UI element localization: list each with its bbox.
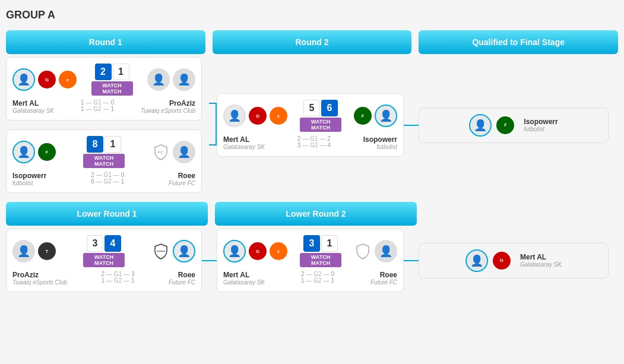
round1-header: Round 1 bbox=[6, 30, 205, 54]
match1-p1-espar-logo: e bbox=[59, 71, 77, 88]
lr1-g1-val: 3 bbox=[131, 271, 135, 277]
match2-p2-name: Roee bbox=[169, 172, 195, 180]
r2-details: Mert AL Galatasaray SK 2 — G1 — 2 3 — G2… bbox=[223, 135, 397, 150]
match1-p2-team: Tuwaiq eSports Club bbox=[141, 107, 195, 114]
qualified-player-name: Isopowerr bbox=[524, 118, 558, 126]
match1-p1-name: Mert AL bbox=[12, 99, 54, 107]
lr2-score-section: 3 1 WATCH MATCH bbox=[300, 235, 341, 267]
upper-round2-match: 👤 G e 5 6 WATCH MATCH F 👤 bbox=[217, 93, 404, 157]
lower-bracket: 👤 T 3 4 WATCH MATCH 👤 bbox=[6, 229, 618, 292]
match1-player1-row: 👤 G e 2 1 WATCH MATCH 👤 👤 bbox=[12, 64, 195, 96]
lr2-p1-details: Mert AL Galatasaray SK bbox=[223, 271, 265, 286]
r2-p1-info: 👤 G e bbox=[223, 105, 287, 127]
r2-g2-val: 4 bbox=[327, 142, 331, 148]
lr1-player-row: 👤 T 3 4 WATCH MATCH 👤 bbox=[12, 235, 195, 267]
lr1-p1-name: ProAziz bbox=[12, 271, 67, 279]
match2-watch-btn[interactable]: WATCH MATCH bbox=[83, 154, 125, 168]
main-page: GROUP A Round 1 Round 2 Qualified to Fin… bbox=[0, 0, 624, 364]
match1-p1-team-logo: G bbox=[38, 71, 56, 88]
lr1-p1-team-logo: T bbox=[38, 242, 56, 260]
upper-r1-r2-connector bbox=[202, 78, 217, 173]
lr2-player-row: 👤 G e 3 1 WATCH MATCH 👤 bbox=[223, 235, 397, 267]
lr2-p2-team: Future FC bbox=[370, 279, 397, 286]
lr2-g1-row: 2 — G2 — 0 bbox=[301, 271, 334, 277]
group-title: GROUP A bbox=[6, 6, 618, 24]
upper-match1: 👤 G e 2 1 WATCH MATCH 👤 👤 bbox=[6, 57, 202, 121]
match1-p2-score: 1 bbox=[113, 64, 129, 80]
lower-qualified-player-team: Galatasaray SK bbox=[520, 261, 562, 268]
lr2-p1-avatar: 👤 bbox=[223, 240, 246, 262]
qualified-card: 👤 F Isopowerr futbolist bbox=[419, 107, 609, 143]
r2-p1-gala-logo: G bbox=[249, 107, 267, 125]
lr2-p1-espar-logo: e bbox=[270, 242, 287, 260]
match2-p2-team: Future FC bbox=[169, 180, 195, 186]
lr2-game-scores: 2 — G2 — 0 1 — G2 — 1 bbox=[301, 271, 334, 286]
lr1-p2-info: 👤 bbox=[152, 240, 195, 262]
lr1-g2-row: 1 — G2 — 1 bbox=[102, 277, 135, 284]
match1-g2-label: — G2 — bbox=[86, 106, 109, 112]
lower-round1-match: 👤 T 3 4 WATCH MATCH 👤 bbox=[6, 229, 202, 292]
lr1-g2-label: — G2 — bbox=[106, 277, 129, 284]
lr1-g1-p1: 2 bbox=[102, 271, 105, 277]
lr1-p1-info: 👤 T bbox=[12, 240, 56, 262]
lr1-g1-label: — G1 — bbox=[106, 271, 129, 277]
lr1-p1-team: Tuwaiq eSports Club bbox=[12, 279, 67, 286]
r2-p2-team-logo: F bbox=[354, 107, 372, 125]
match2-scores: 8 1 bbox=[87, 136, 121, 153]
lr2-g2-val: 1 bbox=[331, 277, 334, 284]
match1-scores: 2 1 bbox=[95, 64, 129, 80]
lr2-p2-info: 👤 bbox=[354, 240, 397, 262]
lr2-watch-btn[interactable]: WATCH MATCH bbox=[300, 253, 341, 267]
lower-qualified-details: Mert AL Galatasaray SK bbox=[520, 253, 562, 268]
lr1-game-scores: 2 — G1 — 3 1 — G2 — 1 bbox=[102, 271, 135, 286]
r2-g2-label: — G2 — bbox=[302, 142, 325, 148]
lower-qualified-player-name: Mert AL bbox=[520, 253, 562, 261]
match2-g1-p1: 2 bbox=[91, 172, 94, 178]
match2-g2-row: 6 — G2 — 1 bbox=[91, 178, 124, 185]
match2-g2-val: 1 bbox=[121, 178, 125, 185]
match1-p2-info: 👤 👤 bbox=[147, 68, 195, 91]
lr1-g2-p1: 1 bbox=[102, 277, 105, 284]
lr1-watch-btn[interactable]: WATCH MATCH bbox=[83, 253, 125, 267]
match1-g1-p2: 0 bbox=[110, 99, 114, 106]
upper-bracket: 👤 G e 2 1 WATCH MATCH 👤 👤 bbox=[6, 57, 618, 193]
r2-watch-btn[interactable]: WATCH MATCH bbox=[300, 118, 341, 132]
match1-p2-avatar2: 👤 bbox=[173, 68, 195, 91]
lr2-p2-score: 1 bbox=[321, 235, 338, 252]
r2-player-row: 👤 G e 5 6 WATCH MATCH F 👤 bbox=[223, 100, 397, 132]
match2-shield-icon: FC bbox=[152, 141, 170, 163]
r2-p2-avatar: 👤 bbox=[375, 105, 397, 127]
r2-p2-info: F 👤 bbox=[354, 105, 397, 127]
r2-qualified-connector bbox=[404, 125, 419, 126]
match2-p1-team-logo: F bbox=[38, 143, 56, 161]
lr1-p1-score: 3 bbox=[87, 235, 103, 252]
lr2-g1-val: 0 bbox=[331, 271, 334, 277]
r2-p2-team: futbolist bbox=[363, 144, 397, 150]
match1-g1-row: 1 — G1 — 0 bbox=[81, 99, 114, 106]
match2-p2-details: Roee Future FC bbox=[169, 172, 195, 186]
lr2-p2-avatar: 👤 bbox=[375, 240, 397, 262]
lr2-details: Mert AL Galatasaray SK 2 — G2 — 0 1 — G2… bbox=[223, 271, 397, 286]
match2-p2-avatar: 👤 bbox=[173, 141, 195, 163]
lr1-lr2-connector bbox=[202, 260, 217, 261]
qualified-details: Isopowerr futbolist bbox=[524, 118, 558, 132]
lr2-g1-label: — G2 — bbox=[306, 271, 330, 277]
lower-qualified-card: 👤 G Mert AL Galatasaray SK bbox=[419, 243, 609, 278]
qualified-avatar: 👤 bbox=[469, 114, 492, 137]
lr2-scores: 3 1 bbox=[303, 235, 338, 252]
r2-p1-score: 5 bbox=[303, 100, 320, 116]
r2-score-section: 5 6 WATCH MATCH bbox=[300, 100, 341, 132]
lr2-shield-icon bbox=[354, 240, 372, 262]
match1-watch-btn[interactable]: WATCH MATCH bbox=[91, 81, 133, 96]
round1-column: 👤 G e 2 1 WATCH MATCH 👤 👤 bbox=[6, 57, 202, 193]
r2-g1-p1: 2 bbox=[297, 135, 301, 142]
lr1-g2-val: 1 bbox=[131, 277, 135, 284]
match2-player-row: 👤 F 8 1 WATCH MATCH FC 👤 bbox=[12, 136, 195, 168]
r2-p2-score: 6 bbox=[321, 100, 338, 116]
r2-p2-name: Isopowerr bbox=[363, 135, 397, 144]
match2-g2-label: — G2 — bbox=[96, 178, 119, 185]
lr1-p2-details: Roee Future FC bbox=[169, 271, 195, 286]
r2-p1-team: Galatasaray SK bbox=[223, 144, 265, 150]
qualified-header: Qualified to Final Stage bbox=[419, 30, 618, 54]
r2-g1-label: — G1 — bbox=[302, 135, 325, 142]
